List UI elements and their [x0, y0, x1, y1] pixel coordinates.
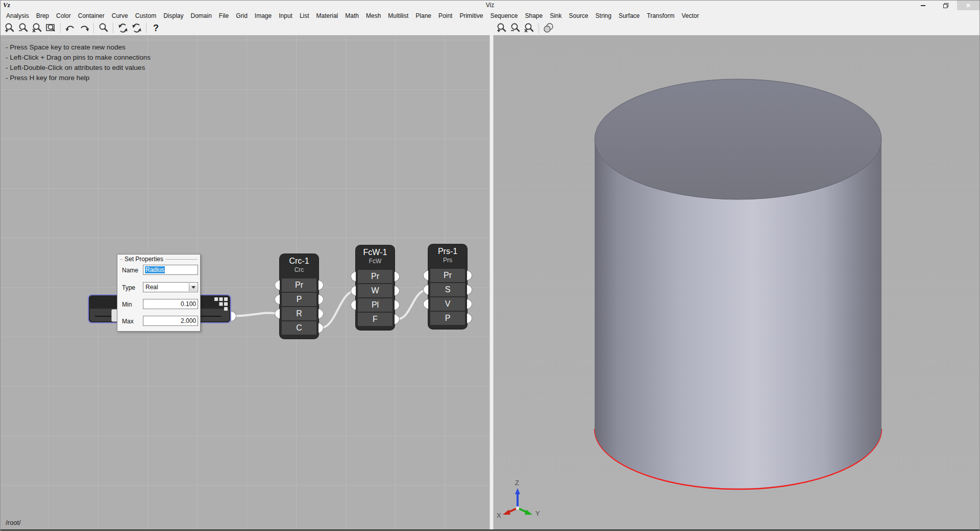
menu-analysis[interactable]: Analysis	[3, 12, 33, 19]
node-row[interactable]: W	[358, 284, 393, 297]
zoom-in-button[interactable]	[3, 22, 16, 34]
menu-string[interactable]: String	[592, 12, 615, 19]
menu-curve[interactable]: Curve	[108, 12, 132, 19]
restore-button[interactable]	[935, 1, 957, 10]
node-subtitle: Prs	[428, 257, 467, 264]
dropdown-button[interactable]	[189, 283, 197, 291]
node-title: FcW-1	[356, 247, 395, 258]
menu-multilist[interactable]: Multilist	[384, 12, 412, 19]
window-title: Viz	[1, 2, 979, 9]
refresh-icon	[117, 22, 129, 34]
node-subtitle: Crc	[280, 266, 318, 273]
menu-brep[interactable]: Brep	[33, 12, 53, 19]
dialog-title: Set Properties	[122, 256, 165, 263]
toolbar-separator	[146, 23, 146, 33]
row-label: V	[445, 299, 451, 309]
name-input[interactable]: Radius	[143, 265, 198, 275]
row-label: W	[371, 286, 379, 295]
node-row[interactable]: C	[282, 321, 316, 335]
zoom-out-button[interactable]	[16, 22, 30, 34]
zoom-extents-icon	[45, 22, 57, 34]
menu-sequence[interactable]: Sequence	[486, 12, 521, 19]
undo-button[interactable]	[63, 22, 77, 34]
zoom-remove-button[interactable]	[30, 22, 44, 34]
menu-point[interactable]: Point	[435, 12, 456, 19]
zoom-in-icon	[496, 22, 507, 34]
min-input[interactable]: 0.100	[143, 299, 198, 309]
viewport-zoom-in-button[interactable]	[495, 22, 508, 34]
menu-mesh[interactable]: Mesh	[362, 12, 384, 19]
spheres-icon	[543, 22, 555, 34]
menu-material[interactable]: Material	[313, 12, 342, 19]
type-dropdown[interactable]: Real	[143, 282, 198, 292]
refresh-button[interactable]	[116, 22, 130, 34]
refresh-all-button[interactable]	[130, 22, 143, 34]
panel-splitter[interactable]	[489, 35, 494, 531]
zoom-extents-button[interactable]	[44, 22, 58, 34]
menu-list[interactable]: List	[296, 12, 313, 19]
node-title: Prs-1	[428, 246, 467, 257]
node-row[interactable]: V	[430, 297, 465, 311]
node-fcw-1[interactable]: FcW-1 FcW Pr W Pl	[356, 245, 395, 330]
node-row[interactable]: R	[282, 307, 316, 320]
wire-slider-to-crc[interactable]	[231, 313, 279, 316]
axis-x-label: X	[497, 512, 501, 519]
help-button[interactable]: ?	[149, 22, 163, 34]
row-label: P	[445, 314, 451, 323]
wire-crc-to-fcw[interactable]	[321, 291, 356, 328]
set-properties-dialog: Set Properties Name Radius Type Real Min…	[117, 254, 201, 332]
zoom-selected-button[interactable]	[96, 22, 110, 34]
node-row[interactable]: Pr	[282, 279, 316, 292]
cylinder-top[interactable]	[595, 79, 881, 199]
node-row[interactable]: F	[358, 313, 393, 326]
menu-display[interactable]: Display	[160, 12, 187, 19]
display-mode-button[interactable]	[542, 22, 555, 34]
viewport-zoom-remove-button[interactable]	[522, 22, 536, 34]
menu-input[interactable]: Input	[275, 12, 296, 19]
node-row[interactable]: Pr	[358, 270, 393, 283]
help-icon: ?	[153, 23, 159, 34]
max-label: Max	[122, 318, 134, 325]
redo-button[interactable]	[77, 22, 91, 34]
toolbar-separator	[93, 23, 94, 33]
node-row[interactable]: Pl	[358, 298, 393, 312]
menu-file[interactable]: File	[215, 12, 232, 19]
minimize-button[interactable]	[912, 1, 935, 10]
row-label: Pl	[372, 300, 379, 310]
menu-math[interactable]: Math	[341, 12, 362, 19]
node-row[interactable]: P	[430, 312, 465, 325]
row-label: F	[373, 315, 378, 324]
menu-container[interactable]: Container	[75, 12, 108, 19]
name-label: Name	[122, 267, 138, 274]
menu-sink[interactable]: Sink	[546, 12, 565, 19]
menu-custom[interactable]: Custom	[132, 12, 160, 19]
resize-grip-icon[interactable]	[214, 297, 228, 311]
menu-image[interactable]: Image	[251, 12, 275, 19]
node-row[interactable]: S	[430, 283, 465, 296]
axis-y-label: Y	[535, 510, 540, 517]
node-row[interactable]: Pr	[430, 269, 465, 282]
node-row[interactable]: P	[282, 293, 316, 306]
menu-domain[interactable]: Domain	[187, 12, 215, 19]
menu-plane[interactable]: Plane	[412, 12, 435, 19]
menu-grid[interactable]: Grid	[232, 12, 251, 19]
selected-text: Radius	[145, 266, 165, 273]
max-input[interactable]: 2.000	[143, 316, 198, 326]
menu-transform[interactable]: Transform	[643, 12, 678, 19]
zoom-in-icon	[4, 22, 15, 34]
node-prs-1[interactable]: Prs-1 Prs Pr S V P	[428, 244, 467, 329]
menu-source[interactable]: Source	[566, 12, 592, 19]
viewport-zoom-out-button[interactable]	[508, 22, 522, 34]
menu-primitive[interactable]: Primitive	[456, 12, 486, 19]
restore-icon	[943, 3, 949, 9]
menu-surface[interactable]: Surface	[615, 12, 643, 19]
menu-vector[interactable]: Vector	[678, 12, 703, 19]
node-editor-canvas[interactable]: - Press Space key to create new nodes - …	[1, 35, 489, 531]
menu-shape[interactable]: Shape	[521, 12, 546, 19]
zoom-out-icon	[510, 22, 521, 34]
menu-color[interactable]: Color	[53, 12, 75, 19]
close-button[interactable]: ✕	[957, 1, 979, 10]
viewport-3d[interactable]: Z X Y	[494, 35, 980, 531]
toolbar: ?	[1, 21, 979, 36]
node-crc-1[interactable]: Crc-1 Crc Pr P R C	[280, 254, 318, 339]
